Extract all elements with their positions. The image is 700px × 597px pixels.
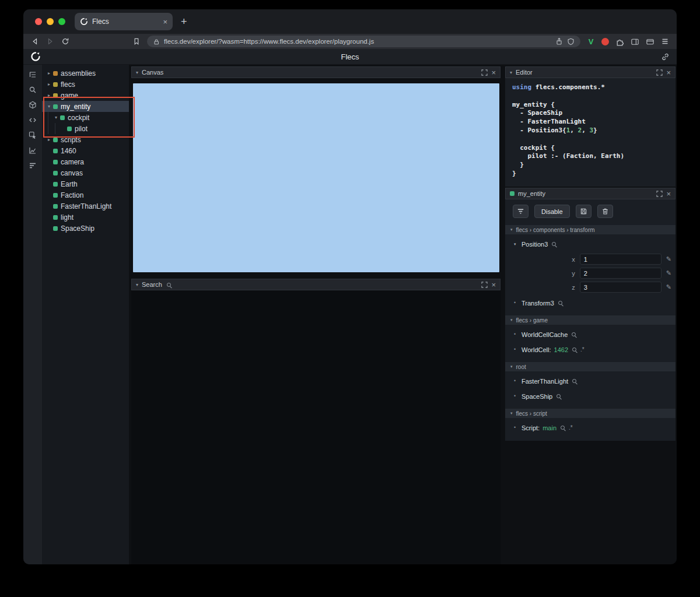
chevron-right-icon[interactable]: ▸	[46, 93, 52, 98]
code-line: - FasterThanLight	[512, 118, 668, 127]
field-input-x[interactable]	[580, 254, 662, 265]
tool-sidebar	[23, 65, 42, 564]
magnifier-icon[interactable]	[556, 394, 562, 399]
chevron-down-icon[interactable]: ▾	[136, 70, 138, 75]
chevron-right-icon[interactable]: ▸	[46, 71, 52, 76]
close-panel-icon[interactable]: ×	[491, 69, 496, 76]
bookmark-icon[interactable]	[132, 37, 141, 46]
close-panel-icon[interactable]: ×	[491, 281, 496, 289]
tree-item-cockpit[interactable]: ▾cockpit	[42, 112, 129, 123]
component-row[interactable]: ▾Position3	[505, 238, 676, 250]
tree-item-scripts[interactable]: ▸scripts	[42, 134, 129, 145]
disable-button[interactable]: Disable	[534, 205, 570, 218]
editor-code[interactable]: using flecs.components.* my_entity { - S…	[505, 78, 676, 187]
url-text: flecs.dev/explorer/?wasm=https://www.fle…	[164, 38, 551, 45]
expand-panel-icon[interactable]	[656, 191, 663, 197]
tree-item-1460[interactable]: 1460	[42, 145, 129, 156]
tree-item-flecs[interactable]: ▸flecs	[42, 79, 129, 90]
field-input-z[interactable]	[580, 282, 662, 293]
edit-pencil-icon[interactable]: ✎	[666, 270, 671, 276]
query-filter-button[interactable]	[513, 205, 528, 218]
entity-tree: ▸assemblies▸flecs▸game▾my_entity▾cockpit…	[42, 65, 129, 564]
canvas-viewport[interactable]	[133, 83, 499, 272]
menu-icon[interactable]	[660, 37, 670, 46]
edit-pencil-icon[interactable]: ✎	[666, 284, 671, 290]
magnifier-icon[interactable]	[572, 347, 578, 352]
field-input-y[interactable]	[580, 268, 662, 279]
maximize-window-button[interactable]	[58, 18, 65, 25]
close-panel-icon[interactable]: ×	[666, 69, 671, 76]
tree-item-camera[interactable]: camera	[42, 156, 129, 167]
component-row[interactable]: •Transform3	[505, 297, 676, 308]
tree-item-assemblies[interactable]: ▸assemblies	[42, 68, 129, 79]
magnifier-icon[interactable]	[552, 241, 557, 247]
tree-item-pilot[interactable]: pilot	[42, 123, 129, 134]
delete-button[interactable]	[597, 205, 613, 218]
chart-icon[interactable]	[27, 145, 38, 155]
tree-item-Earth[interactable]: Earth	[42, 178, 129, 189]
component-section-header[interactable]: ▾flecs › script	[505, 409, 676, 418]
tree-item-label: FasterThanLight	[61, 202, 111, 210]
magnifier-icon[interactable]	[558, 300, 564, 305]
share-link-icon[interactable]	[661, 52, 670, 61]
tab-close-icon[interactable]: ×	[163, 18, 167, 26]
chevron-right-icon[interactable]: ▸	[46, 82, 52, 87]
close-window-button[interactable]	[35, 18, 42, 25]
save-button[interactable]	[576, 205, 592, 218]
magnifier-icon[interactable]	[572, 378, 578, 384]
stats-icon[interactable]	[27, 160, 38, 170]
tree-item-game[interactable]: ▸game	[42, 90, 129, 101]
code-icon[interactable]	[27, 115, 38, 125]
tree-item-canvas[interactable]: canvas	[42, 167, 129, 178]
magnifier-icon[interactable]	[561, 425, 566, 430]
scene-cube-icon[interactable]	[27, 100, 38, 110]
forward-icon[interactable]	[46, 37, 55, 46]
chevron-down-icon[interactable]: ▾	[510, 70, 512, 75]
chevron-down-icon[interactable]: ▾	[52, 115, 60, 120]
extension-v-icon[interactable]: V	[586, 37, 596, 46]
tree-item-FasterThanLight[interactable]: FasterThanLight	[42, 201, 129, 212]
flecs-favicon	[80, 17, 88, 26]
entity-color-icon	[53, 171, 58, 175]
tree-item-my_entity[interactable]: ▾my_entity	[42, 101, 129, 112]
component-row[interactable]: •FasterThanLight	[505, 375, 676, 387]
new-tab-button[interactable]: +	[181, 16, 187, 27]
component-row[interactable]: •Script:main.*	[505, 422, 676, 433]
expand-panel-icon[interactable]	[481, 282, 488, 288]
magnifier-icon[interactable]	[572, 332, 577, 337]
expand-panel-icon[interactable]	[481, 69, 488, 76]
code-token: my_entity {	[512, 101, 555, 108]
edit-pencil-icon[interactable]: ✎	[666, 256, 671, 262]
entity-tree-icon[interactable]	[27, 69, 38, 79]
url-bar[interactable]: flecs.dev/explorer/?wasm=https://www.fle…	[147, 36, 580, 47]
component-row[interactable]: •WorldCellCache	[505, 329, 676, 340]
chevron-right-icon[interactable]: ▸	[46, 137, 52, 142]
expand-panel-icon[interactable]	[656, 69, 663, 76]
component-name: Position3	[522, 241, 548, 248]
chevron-down-icon[interactable]: ▾	[136, 282, 138, 287]
component-section-header[interactable]: ▾flecs › game	[505, 315, 676, 325]
wallet-icon[interactable]	[645, 37, 654, 46]
side-panel-icon[interactable]	[630, 37, 639, 46]
chevron-down-icon[interactable]: ▾	[46, 104, 52, 109]
component-row[interactable]: •WorldCell:1462.*	[505, 344, 676, 355]
tree-item-Faction[interactable]: Faction	[42, 189, 129, 201]
entity-color-icon	[53, 226, 58, 231]
search-results-area[interactable]	[131, 290, 501, 564]
reload-icon[interactable]	[61, 37, 70, 46]
component-section-header[interactable]: ▾flecs › components › transform	[505, 225, 676, 234]
minimize-window-button[interactable]	[47, 18, 54, 25]
extensions-puzzle-icon[interactable]	[615, 37, 624, 46]
back-icon[interactable]	[30, 37, 40, 46]
component-row[interactable]: •SpaceShip	[505, 391, 676, 402]
component-section-header[interactable]: ▾root	[505, 362, 676, 371]
tree-item-light[interactable]: light	[42, 212, 129, 223]
search-icon[interactable]	[27, 85, 38, 94]
extension-red-icon[interactable]	[601, 38, 609, 45]
tree-item-SpaceShip[interactable]: SpaceShip	[42, 223, 129, 234]
shield-icon[interactable]	[567, 38, 575, 45]
inspect-cursor-icon[interactable]	[27, 130, 38, 140]
share-icon[interactable]	[555, 37, 563, 45]
browser-tab[interactable]: Flecs ×	[75, 13, 173, 30]
close-panel-icon[interactable]: ×	[666, 190, 671, 198]
